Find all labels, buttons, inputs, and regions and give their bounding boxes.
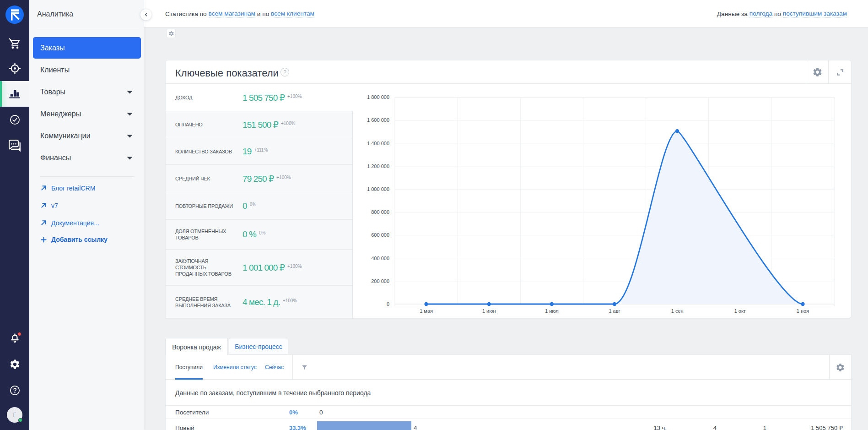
subtab-status-changed[interactable]: Изменили статус: [213, 355, 257, 380]
analytics-sidebar: Аналитика ЗаказыКлиентыТоварыМенеджерыКо…: [29, 0, 144, 430]
data-point-marker: [424, 302, 428, 306]
target-icon[interactable]: [0, 59, 29, 77]
question-circle-icon[interactable]: ?: [280, 68, 289, 76]
funnel-extra-value: 13 ч.: [654, 424, 667, 430]
external-link-icon: [41, 202, 47, 208]
metric-row[interactable]: Средний чек79 250 ₽+100%: [166, 165, 353, 192]
tab-sales-funnel[interactable]: Воронка продаж: [165, 338, 228, 355]
settings-gear-icon[interactable]: [0, 355, 29, 373]
metric-row[interactable]: Доля отмененных товаров0 %0%: [166, 220, 353, 250]
all-clients-link[interactable]: всем клиентам: [271, 10, 314, 17]
card-settings-button[interactable]: [806, 60, 829, 84]
order-type-link[interactable]: поступившим заказам: [783, 10, 847, 17]
metric-label: Среднее время выполнения заказа: [175, 296, 234, 309]
analytics-active-item[interactable]: [0, 81, 29, 107]
data-point-marker: [550, 302, 554, 306]
sidebar-item-5[interactable]: Коммуникации: [33, 125, 141, 147]
funnel-description: Данные по заказам, поступившим в течение…: [175, 389, 371, 397]
funnel-stage-value: 4: [414, 424, 417, 430]
plus-icon: [41, 237, 47, 243]
sidebar-link-label: v7: [51, 202, 58, 209]
tab-business-process[interactable]: Бизнес-процесс: [229, 338, 288, 355]
filter-icon[interactable]: [297, 361, 311, 374]
metric-delta: +100%: [283, 298, 297, 303]
sidebar-item-3[interactable]: Товары: [33, 82, 141, 103]
analytics-dashboard: Г Аналитика ЗаказыКлиентыТоварыМенеджеры…: [0, 0, 868, 430]
funnel-stage-label: Посетители: [175, 409, 209, 416]
sidebar-link-4[interactable]: Добавить ссылку: [41, 236, 108, 243]
x-axis-label: 1 ноя: [797, 308, 809, 314]
metric-value: 19+111%: [243, 147, 268, 157]
divider: [37, 29, 139, 29]
topbar: Статистика по всем магазинам и по всем к…: [144, 0, 868, 27]
metric-row[interactable]: Среднее время выполнения заказа4 мес. 1 …: [166, 286, 353, 319]
funnel-extra-value: 1: [763, 424, 766, 430]
metric-value: 0 %0%: [243, 229, 266, 239]
revenue-chart: 0200 000400 000600 000800 0001 000 0001 …: [353, 84, 851, 318]
online-status-dot: [18, 418, 22, 422]
sidebar-link-2[interactable]: v7: [41, 202, 58, 209]
period-link[interactable]: полгода: [749, 10, 772, 17]
sidebar-item-label: Финансы: [40, 154, 71, 162]
sidebar-item-label: Менеджеры: [40, 110, 81, 118]
y-axis-label: 200 000: [371, 278, 389, 284]
metric-row[interactable]: Повторные продажи00%: [166, 192, 353, 220]
sidebar-link-label: Добавить ссылку: [51, 236, 108, 243]
sidebar-link-3[interactable]: Документация...: [41, 219, 99, 227]
tasks-check-icon[interactable]: [0, 110, 29, 129]
funnel-row[interactable]: Новый33,3%413 ч.411 505 750 ₽: [166, 419, 851, 430]
metrics-list: Доход1 505 750 ₽+100%Оплачено151 500 ₽+1…: [166, 84, 353, 319]
y-axis-label: 1 600 000: [367, 117, 389, 123]
x-axis-label: 1 окт: [734, 308, 746, 314]
subtab-label: Поступили: [175, 364, 203, 370]
tab-label: Воронка продаж: [172, 343, 221, 351]
y-axis-label: 0: [387, 301, 389, 307]
retailcrm-logo[interactable]: [5, 5, 24, 24]
funnel-rows: Посетители0%0Новый33,3%413 ч.411 505 750…: [166, 405, 851, 430]
sidebar-item-1[interactable]: Заказы: [33, 37, 141, 59]
notification-badge: [17, 332, 22, 336]
metric-row[interactable]: Закупочная стоимость проданных товаров1 …: [166, 250, 353, 286]
sidebar-item-6[interactable]: Финансы: [33, 147, 141, 169]
external-link-icon: [41, 220, 47, 226]
metric-delta: +111%: [254, 147, 268, 152]
subtab-received[interactable]: Поступили: [175, 355, 203, 380]
metric-delta: +100%: [281, 121, 295, 126]
chevron-down-icon: [127, 135, 133, 138]
sidebar-item-label: Клиенты: [40, 66, 70, 74]
bell-icon[interactable]: [0, 329, 29, 347]
y-axis-label: 400 000: [371, 256, 389, 261]
orders-cart-icon[interactable]: [0, 34, 29, 52]
chat-icon[interactable]: [0, 136, 29, 155]
y-axis-label: 600 000: [371, 232, 389, 238]
stats-scope-text: Статистика по всем магазинам и по всем к…: [165, 0, 314, 27]
help-icon[interactable]: [0, 381, 29, 399]
card-expand-button[interactable]: [828, 60, 851, 84]
sidebar-link-1[interactable]: Блог retailCRM: [41, 185, 95, 192]
metric-delta: 0%: [259, 230, 265, 235]
metric-value: 151 500 ₽+100%: [243, 120, 295, 130]
all-shops-link[interactable]: всем магазинам: [209, 10, 255, 17]
funnel-stage-value: 0: [319, 409, 323, 416]
sidebar-collapse-button[interactable]: [140, 9, 151, 20]
metric-row[interactable]: Оплачено151 500 ₽+100%: [166, 111, 353, 138]
data-point-marker: [801, 302, 804, 306]
funnel-row[interactable]: Посетители0%0: [166, 405, 851, 419]
metric-row[interactable]: Доход1 505 750 ₽+100%: [166, 84, 353, 111]
funnel-extra-value: 1 505 750 ₽: [811, 424, 843, 430]
funnel-stage-percent: 33,3%: [289, 424, 306, 430]
metric-label: Оплачено: [175, 121, 234, 128]
stats-mid-text: и по: [255, 11, 271, 17]
sidebar-item-4[interactable]: Менеджеры: [33, 103, 141, 125]
card-header: Ключевые показатели ?: [166, 60, 851, 84]
funnel-extra-value: 4: [713, 424, 717, 430]
x-axis-label: 1 июл: [545, 308, 559, 314]
sidebar-item-2[interactable]: Клиенты: [33, 59, 141, 81]
subtab-now[interactable]: Сейчас: [265, 355, 284, 380]
funnel-subtabs: Поступили Изменили статус Сейчас: [166, 355, 851, 380]
metric-row[interactable]: Количество заказов19+111%: [166, 138, 353, 165]
y-axis-label: 1 400 000: [367, 141, 389, 146]
dashboard-settings-button[interactable]: [167, 29, 176, 38]
external-link-icon: [41, 185, 47, 191]
funnel-settings-button[interactable]: [829, 355, 851, 380]
